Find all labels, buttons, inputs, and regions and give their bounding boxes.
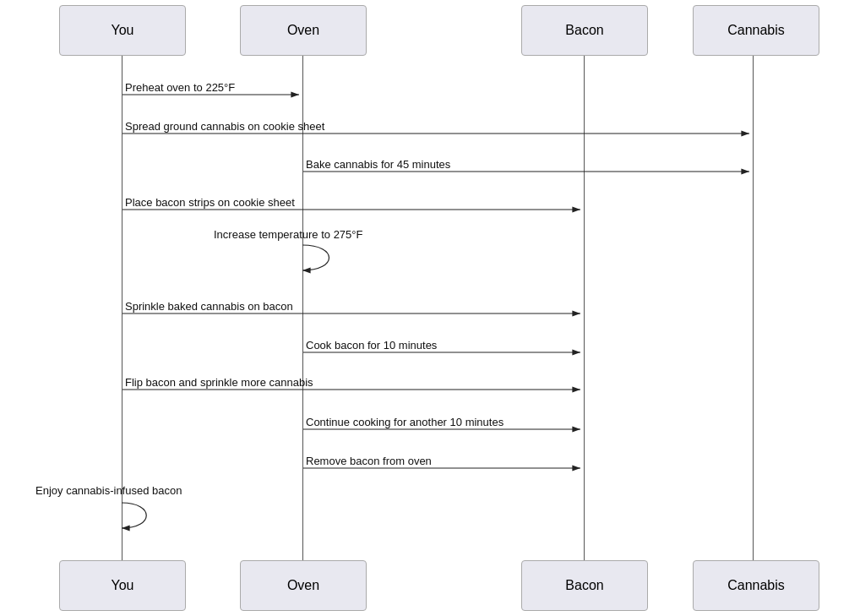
label-msg9: Continue cooking for another 10 minutes: [306, 416, 504, 428]
label-msg3: Bake cannabis for 45 minutes: [306, 158, 451, 171]
lifeline-box-cannabis-top: Cannabis: [693, 5, 819, 56]
label-msg5: Increase temperature to 275°F: [214, 228, 363, 241]
lifeline-label-you-top: You: [112, 23, 134, 38]
arrow-msg11: [122, 503, 146, 528]
arrow-msg5: [302, 245, 329, 270]
label-msg6: Sprinkle baked cannabis on bacon: [125, 300, 293, 313]
lifeline-label-oven-bottom: Oven: [287, 578, 319, 593]
lifeline-box-oven-top: Oven: [240, 5, 367, 56]
sequence-diagram: You Oven Bacon Cannabis Preheat oven to …: [0, 0, 860, 616]
label-msg10: Remove bacon from oven: [306, 455, 432, 467]
label-msg1: Preheat oven to 225°F: [125, 81, 235, 94]
lifeline-line-bacon: [584, 56, 585, 560]
lifeline-label-bacon-top: Bacon: [565, 23, 603, 38]
lifeline-box-bacon-top: Bacon: [521, 5, 648, 56]
lifeline-line-cannabis: [753, 56, 754, 560]
lifeline-box-oven-bottom: Oven: [240, 560, 367, 611]
lifeline-label-you-bottom: You: [112, 578, 134, 593]
lifeline-line-you: [122, 56, 122, 560]
lifeline-label-bacon-bottom: Bacon: [565, 578, 603, 593]
lifeline-label-oven-top: Oven: [287, 23, 319, 38]
lifeline-line-oven: [302, 56, 303, 560]
label-msg2: Spread ground cannabis on cookie sheet: [125, 120, 325, 133]
lifeline-box-bacon-bottom: Bacon: [521, 560, 648, 611]
lifeline-label-cannabis-top: Cannabis: [727, 23, 785, 38]
label-msg4: Place bacon strips on cookie sheet: [125, 196, 295, 209]
arrows-svg: Preheat oven to 225°F Spread ground cann…: [0, 0, 860, 616]
label-msg7: Cook bacon for 10 minutes: [306, 339, 438, 352]
label-msg11: Enjoy cannabis-infused bacon: [35, 484, 182, 497]
lifeline-box-you-top: You: [59, 5, 186, 56]
lifeline-box-you-bottom: You: [59, 560, 186, 611]
label-msg8: Flip bacon and sprinkle more cannabis: [125, 376, 313, 389]
lifeline-label-cannabis-bottom: Cannabis: [727, 578, 785, 593]
lifeline-box-cannabis-bottom: Cannabis: [693, 560, 819, 611]
